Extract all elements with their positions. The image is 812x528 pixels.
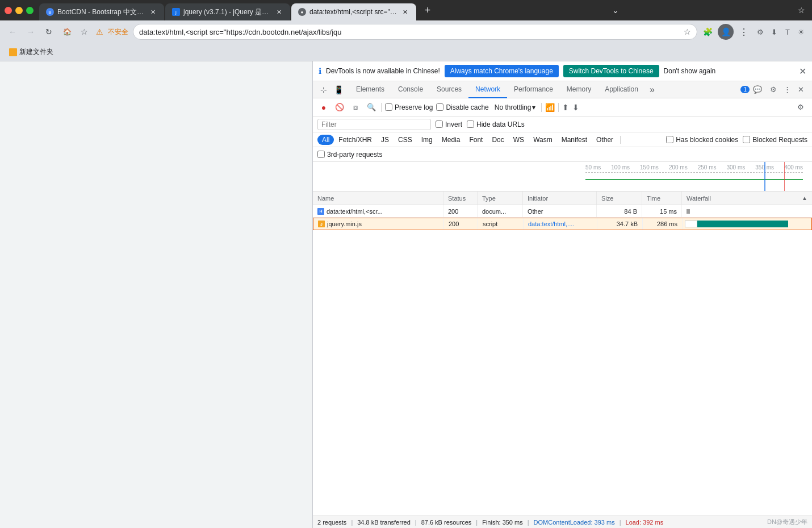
tab-console[interactable]: Console [391, 81, 430, 98]
tab-elements[interactable]: Elements [349, 81, 391, 98]
table-row-selected[interactable]: J jquery.min.js 200 script data:text/htm… [313, 218, 812, 230]
tab-jquery[interactable]: j jquery (v3.7.1) - jQuery 是一个... ✕ [165, 3, 290, 20]
table-row[interactable]: H data:text/html,<scr... 200 docum... Ot… [313, 205, 812, 218]
th-status[interactable]: Status [443, 192, 478, 205]
address-bar[interactable]: data:text/html,<script src="https://cdn.… [133, 24, 697, 40]
filter-tab-ws[interactable]: WS [509, 135, 529, 145]
td-time-1: 286 ms [643, 218, 683, 230]
filter-tab-css[interactable]: CSS [394, 135, 417, 145]
devtools-messages-icon[interactable]: 💬 [751, 83, 764, 97]
filter-tab-img[interactable]: Img [417, 135, 437, 145]
theme-icon[interactable]: ☀ [795, 26, 807, 38]
filter-tab-all[interactable]: All [317, 135, 334, 145]
filter-tab-media[interactable]: Media [437, 135, 465, 145]
chrome-menu-button[interactable]: ⋮ [736, 24, 752, 40]
home-button[interactable]: 🏠 [59, 24, 75, 40]
console-badge: 1 [740, 86, 750, 93]
back-button[interactable]: ← [5, 24, 20, 40]
tab-sources[interactable]: Sources [430, 81, 468, 98]
account-button[interactable]: 👤 [718, 24, 734, 40]
has-blocked-cookies-checkbox[interactable]: Has blocked cookies [666, 136, 738, 144]
filter-tab-xhr[interactable]: Fetch/XHR [334, 135, 376, 145]
th-time[interactable]: Time [642, 192, 682, 205]
tab-overflow-button[interactable]: ⌄ [610, 3, 621, 17]
wifi-icon[interactable]: 📶 [545, 103, 555, 112]
devtools-more-button[interactable]: ⋮ [780, 83, 794, 97]
devtools-device-icon[interactable]: 📱 [332, 84, 345, 96]
dont-show-again-button[interactable]: Don't show again [664, 67, 716, 75]
th-initiator[interactable]: Initiator [523, 192, 597, 205]
browser-menu-button[interactable]: ☆ [796, 3, 807, 17]
filter-tab-wasm[interactable]: Wasm [529, 135, 557, 145]
record-button[interactable]: ● [317, 101, 330, 114]
bookmarks-bar: 新建文件夹 [0, 43, 812, 61]
disable-cache-input[interactable] [436, 103, 443, 111]
status-load: Load: 392 ms [626, 519, 664, 526]
tab-close-3[interactable]: ✕ [400, 7, 409, 16]
tab-application[interactable]: Application [598, 81, 645, 98]
th-size[interactable]: Size [597, 192, 642, 205]
tab-close-2[interactable]: ✕ [274, 7, 283, 16]
minimize-window-button[interactable] [15, 7, 23, 14]
devtools-selector-icon[interactable]: ⊹ [317, 84, 330, 96]
filter-tab-font[interactable]: Font [464, 135, 487, 145]
th-type[interactable]: Type [478, 192, 523, 205]
address-star-icon[interactable]: ☆ [684, 27, 691, 36]
nav-icon-bookmark[interactable]: ☆ [77, 25, 91, 39]
disable-cache-label: Disable cache [446, 103, 488, 111]
switch-chinese-button[interactable]: Switch DevTools to Chinese [563, 65, 659, 77]
preserve-log-input[interactable] [385, 103, 392, 111]
preserve-log-checkbox[interactable]: Preserve log [385, 103, 433, 111]
devtools-close-button[interactable]: ✕ [794, 83, 807, 97]
tab-network[interactable]: Network [468, 81, 507, 98]
tab-bootcdn[interactable]: B BootCDN - Bootstrap 中文网开... ✕ [39, 3, 164, 20]
import-button[interactable]: ⬆ [562, 103, 569, 112]
hide-data-urls-checkbox[interactable]: Hide data URLs [467, 120, 525, 128]
network-settings-icon[interactable]: ⚙ [794, 101, 807, 114]
filter-tab-doc[interactable]: Doc [487, 135, 508, 145]
settings-icon[interactable]: ⚙ [754, 26, 767, 38]
filter-icon[interactable]: ⧈ [349, 101, 362, 114]
td-initiator-1[interactable]: data:text/html,.... [524, 218, 597, 230]
notification-close-button[interactable]: ✕ [799, 66, 806, 77]
blocked-requests-checkbox[interactable]: Blocked Requests [743, 136, 807, 144]
tab-datatext[interactable]: ● data:text/html,<script src="*ht... ✕ [291, 3, 416, 20]
search-icon[interactable]: 🔍 [365, 101, 378, 114]
filter-tab-other[interactable]: Other [592, 135, 618, 145]
has-blocked-cookies-input[interactable] [666, 136, 673, 143]
sort-arrow-icon: ▲ [802, 195, 807, 201]
match-language-button[interactable]: Always match Chrome's language [445, 65, 559, 77]
waterfall-bar-container-1 [685, 220, 788, 228]
more-tabs-button[interactable]: » [646, 85, 658, 95]
bookmark-folder-item[interactable]: 新建文件夹 [5, 45, 58, 59]
invert-checkbox[interactable]: Invert [436, 120, 462, 128]
filter-input[interactable] [317, 119, 431, 130]
extensions-button[interactable]: 🧩 [700, 24, 715, 40]
th-waterfall[interactable]: Waterfall ▲ [682, 192, 812, 205]
hide-data-urls-input[interactable] [467, 120, 474, 128]
reload-button[interactable]: ↻ [41, 24, 57, 40]
blocked-requests-input[interactable] [743, 136, 750, 143]
new-tab-button[interactable]: + [420, 2, 436, 18]
export-button[interactable]: ⬇ [572, 103, 579, 112]
close-window-button[interactable] [5, 7, 12, 14]
timeline-label-4: 250 ms [698, 164, 717, 171]
filter-tab-manifest[interactable]: Manifest [557, 135, 592, 145]
maximize-window-button[interactable] [26, 7, 34, 14]
toolbar-sep-1 [381, 103, 382, 112]
third-party-checkbox[interactable]: 3rd-party requests [317, 151, 382, 159]
throttle-select[interactable]: No throttling ▾ [492, 102, 538, 113]
tab-performance[interactable]: Performance [507, 81, 560, 98]
disable-cache-checkbox[interactable]: Disable cache [436, 103, 488, 111]
th-name[interactable]: Name [313, 192, 443, 205]
third-party-input[interactable] [317, 151, 325, 158]
download-icon[interactable]: ⬇ [768, 26, 780, 38]
tab-memory[interactable]: Memory [560, 81, 598, 98]
filter-tab-js[interactable]: JS [376, 135, 394, 145]
invert-input[interactable] [436, 120, 443, 128]
tab-close-1[interactable]: ✕ [148, 7, 157, 16]
devtools-settings-button[interactable]: ⚙ [767, 83, 780, 97]
forward-button[interactable]: → [23, 24, 39, 40]
translate-icon[interactable]: T [781, 26, 794, 38]
clear-button[interactable]: 🚫 [333, 101, 346, 114]
